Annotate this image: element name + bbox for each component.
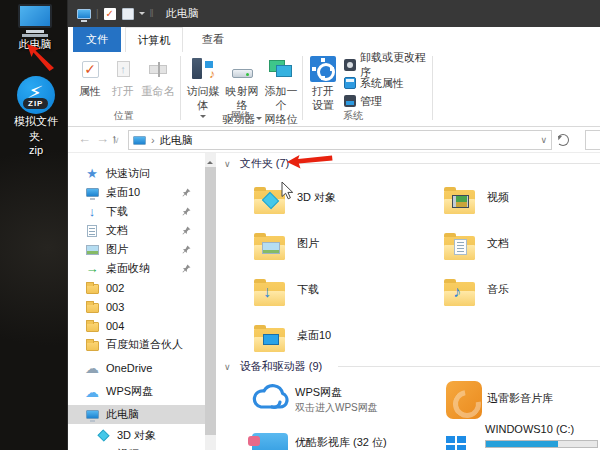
sidebar-item-documents[interactable]: 文档 <box>68 221 205 240</box>
back-icon[interactable]: ← <box>78 131 91 146</box>
folder-icon <box>85 319 99 333</box>
sidebar-item-quick-access[interactable]: ★ 快速访问 <box>68 164 205 183</box>
sidebar-item-downloads[interactable]: ↓ 下载 <box>68 202 205 221</box>
titlebar[interactable]: | ✓ ‖ 此电脑 <box>68 0 600 27</box>
tab-file[interactable]: 文件 <box>73 27 121 52</box>
sidebar-item-onedrive[interactable]: ☁ OneDrive <box>68 358 205 377</box>
rename-button[interactable]: 重命名 <box>138 56 178 99</box>
open-button[interactable]: ↑ 打开 <box>108 56 138 99</box>
green-arrow-icon: → <box>85 262 99 276</box>
desktop: { "desktop": { "icons": [ { "label": "此电… <box>0 0 600 450</box>
qat-dropdown-icon[interactable] <box>139 12 145 18</box>
properties-qat-icon[interactable]: ✓ <box>104 8 116 20</box>
sidebar-item-004[interactable]: 004 <box>68 316 205 335</box>
sidebar-item-003[interactable]: 003 <box>68 297 205 316</box>
breadcrumb-pc-icon <box>133 136 146 145</box>
computer-icon <box>85 408 99 422</box>
refresh-icon[interactable] <box>557 134 569 146</box>
new-folder-qat-icon[interactable] <box>122 8 134 20</box>
sidebar-item-pictures[interactable]: 图片 <box>68 240 205 259</box>
tile-label: 音乐 <box>487 282 509 297</box>
scroll-up-icon[interactable] <box>207 158 213 164</box>
sidebar-item-002[interactable]: 002 <box>68 278 205 297</box>
chevron-down-icon[interactable]: ∨ <box>224 159 231 169</box>
sidebar-label: 003 <box>106 301 124 313</box>
address-box[interactable]: › 此电脑 ∨ <box>128 130 552 150</box>
uninstall-button[interactable]: 卸载或更改程序 <box>344 56 432 74</box>
youku-library-icon <box>252 433 288 450</box>
document-icon <box>85 224 99 238</box>
forward-icon[interactable]: → <box>96 131 109 146</box>
pin-icon <box>182 245 191 254</box>
network-drive-icon <box>232 69 253 78</box>
open-settings-button[interactable]: 打开 设置 <box>306 56 340 113</box>
cube-icon <box>96 429 110 443</box>
uninstall-icon <box>344 59 356 71</box>
folder-tile-pictures[interactable]: 图片 <box>254 231 319 260</box>
pin-icon <box>182 188 191 197</box>
chevron-down-icon[interactable]: ∨ <box>224 362 231 372</box>
explorer-window: | ✓ ‖ 此电脑 文件 计算机 查看 ✓ 属性 ↑ 打开 重命名 位置 <box>68 0 600 450</box>
properties-button[interactable]: ✓ 属性 <box>74 56 106 99</box>
search-box[interactable] <box>585 130 600 150</box>
folder-tile-3d-objects[interactable]: 3D 对象 <box>254 185 336 214</box>
folder-tile-desktop10[interactable]: 桌面10 <box>254 323 331 352</box>
tab-view[interactable]: 查看 <box>187 27 239 52</box>
folder-tile-videos[interactable]: 视频 <box>444 185 509 214</box>
devices-group-header[interactable]: ∨ 设备和驱动器 (9) <box>224 359 322 374</box>
address-bar-row: ← → ∨ ↑ ↑ ↑ ↑ ↑ › 此电脑 ∨ <box>68 127 600 153</box>
star-icon: ★ <box>85 167 99 181</box>
folders-group-header[interactable]: ∨ 文件夹 (7) <box>224 156 289 171</box>
this-pc-icon <box>18 4 52 28</box>
sidebar-item-3d-objects[interactable]: 3D 对象 <box>68 426 205 445</box>
desktop-icon-zip[interactable]: ⚡ ZIP 模拟文件夹. zip <box>14 76 58 156</box>
folder-icon <box>85 300 99 314</box>
manage-icon <box>344 95 356 107</box>
breadcrumb-path[interactable]: 此电脑 <box>160 133 193 148</box>
device-label: 迅雷影音片库 <box>487 391 553 406</box>
manage-button[interactable]: 管理 <box>344 92 432 110</box>
folder-tile-documents[interactable]: 文档 <box>444 231 509 260</box>
tab-computer[interactable]: 计算机 <box>125 27 183 52</box>
sidebar-label: 桌面10 <box>106 185 140 200</box>
sidebar-label: 此电脑 <box>106 407 139 422</box>
zip-badge: ZIP <box>23 98 48 109</box>
main-area: ★ 快速访问 桌面10 ↓ 下载 文档 图片 <box>68 153 600 450</box>
folder-music-icon: ♪ <box>444 277 478 306</box>
folder-tile-downloads[interactable]: ↓ 下载 <box>254 277 319 306</box>
sidebar-scrollbar[interactable] <box>205 153 216 450</box>
device-sublabel: 双击进入WPS网盘 <box>295 401 378 415</box>
open-label: 打开 <box>112 85 134 99</box>
device-label: WINDOWS10 (C:) <box>485 423 574 435</box>
folder-tile-music[interactable]: ♪ 音乐 <box>444 277 509 306</box>
desktop-icon-label: zip <box>14 144 58 156</box>
cloud-icon: ☁ <box>85 361 99 375</box>
sidebar-item-baidu[interactable]: 百度知道合伙人 <box>68 335 205 354</box>
drive-capacity-bar <box>485 440 598 448</box>
sidebar-label: 002 <box>106 282 124 294</box>
folders-group-label: 文件夹 (7) <box>240 157 290 169</box>
ribbon-group-system: 打开 设置 卸载或更改程序 系统属性 管理 系统 <box>304 52 432 126</box>
sidebar-item-videos[interactable]: 视频 <box>68 445 205 450</box>
cloud-icon: ☁ <box>85 385 99 399</box>
device-label: 优酷影视库 (32 位) <box>295 435 387 450</box>
folder-icon <box>85 338 99 352</box>
folder-icon <box>85 281 99 295</box>
scrollbar-thumb[interactable] <box>205 167 216 435</box>
sidebar-label: 桌面收纳 <box>106 261 150 276</box>
sidebar-item-desktop10[interactable]: 桌面10 <box>68 183 205 202</box>
properties-icon: ✓ <box>82 61 99 78</box>
sidebar-item-desktop-organizer[interactable]: → 桌面收纳 <box>68 259 205 278</box>
sidebar-item-this-pc[interactable]: 此电脑 <box>68 405 205 424</box>
sidebar-label: 3D 对象 <box>117 428 156 443</box>
up-icon[interactable]: ↑ <box>111 131 118 146</box>
system-properties-icon <box>344 77 356 89</box>
tile-label: 视频 <box>487 190 509 205</box>
sidebar-item-wps-cloud[interactable]: ☁ WPS网盘 <box>68 382 205 401</box>
group-label-location: 位置 <box>70 109 178 123</box>
tile-label: 桌面10 <box>297 328 331 343</box>
address-dropdown-icon[interactable]: ∨ <box>540 135 547 145</box>
sidebar-label: 百度知道合伙人 <box>106 337 183 352</box>
pin-icon <box>182 226 191 235</box>
sidebar-label: OneDrive <box>106 362 152 374</box>
